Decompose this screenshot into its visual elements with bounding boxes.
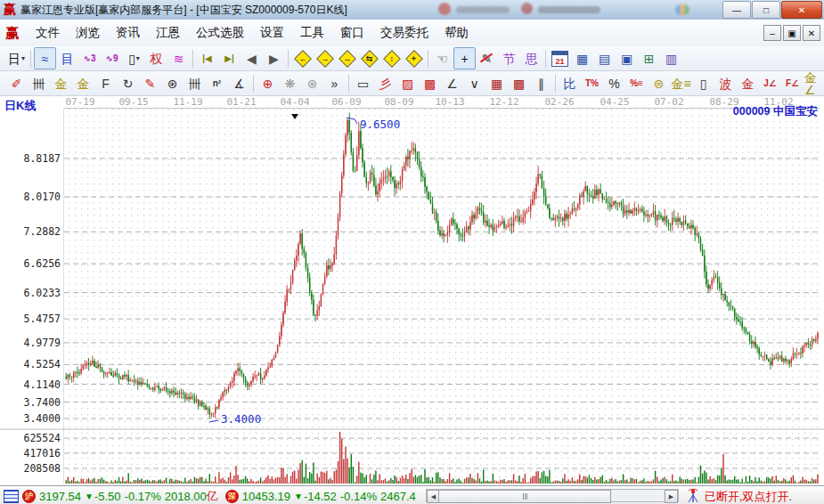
- percent-lines-icon[interactable]: %≡: [625, 72, 648, 94]
- restore-rights-icon[interactable]: 权: [145, 47, 167, 69]
- shenzhen-market-icon[interactable]: 深: [225, 490, 239, 503]
- measure-draw-icon[interactable]: ✎: [139, 72, 161, 94]
- shanghai-market-icon[interactable]: 沪: [22, 490, 36, 503]
- n-square-icon[interactable]: n²: [206, 72, 228, 94]
- no-draw-icon[interactable]: ✎: [476, 47, 498, 69]
- calculator-icon[interactable]: ▦: [571, 47, 593, 69]
- festival-marker-icon[interactable]: 节: [498, 47, 520, 69]
- notepad-icon[interactable]: ▤: [593, 47, 616, 69]
- time-cycle-icon[interactable]: ↻: [117, 72, 139, 94]
- gold-red-icon[interactable]: 金: [737, 72, 759, 94]
- gold-circle-icon[interactable]: ⊜: [648, 72, 670, 94]
- info-panel-icon[interactable]: 目: [56, 47, 78, 69]
- gann-square-icon[interactable]: ▩: [419, 72, 441, 94]
- smart-analysis-icon[interactable]: 思: [520, 47, 543, 69]
- zigzag-icon[interactable]: ∨: [463, 72, 485, 94]
- draw-brush-icon[interactable]: ✐: [5, 72, 28, 94]
- last-page-button[interactable]: ▶|: [218, 47, 241, 69]
- target-circle-icon[interactable]: ⊕: [257, 72, 279, 94]
- calendar-icon[interactable]: 21: [549, 47, 571, 69]
- wave-red-icon[interactable]: 波: [714, 72, 737, 94]
- menu-item-0[interactable]: 文件: [28, 21, 68, 45]
- minute-chart-3-icon[interactable]: ∿3: [78, 47, 101, 69]
- market-table-icon[interactable]: [4, 490, 19, 503]
- scrollbar-thumb[interactable]: [438, 490, 611, 503]
- trend-wave-icon[interactable]: ≈: [34, 47, 56, 69]
- gold-lines-icon[interactable]: 金≡: [670, 72, 692, 94]
- j-angle-icon[interactable]: J∠: [759, 72, 781, 94]
- color-chart-icon[interactable]: ≋: [167, 47, 190, 69]
- first-page-button[interactable]: |◀: [196, 47, 218, 69]
- menu-item-1[interactable]: 浏览: [68, 21, 108, 45]
- diamond-swap-icon[interactable]: ⇆: [358, 47, 380, 69]
- mdi-minimize-button[interactable]: –: [763, 25, 781, 41]
- menu-item-3[interactable]: 江恩: [148, 21, 188, 45]
- antenna-icon[interactable]: [686, 488, 700, 503]
- prev-page-button[interactable]: ◀: [241, 47, 263, 69]
- rect-tool-icon[interactable]: ▭: [352, 72, 374, 94]
- sh-amount-unit: 亿: [207, 488, 218, 504]
- menu-item-8[interactable]: 交易委托: [372, 21, 436, 45]
- red-grid-icon[interactable]: ▦: [485, 72, 508, 94]
- pan-hand-icon[interactable]: ☜: [431, 47, 453, 69]
- t-percent-icon[interactable]: T%: [581, 72, 603, 94]
- red-grid-corner-icon[interactable]: ▩: [508, 72, 530, 94]
- diamond-right-icon[interactable]: →: [314, 47, 336, 69]
- f-grid-icon[interactable]: F: [94, 72, 117, 94]
- export-network-icon[interactable]: ⊞: [638, 47, 660, 69]
- gold-angle-icon[interactable]: 金∠: [804, 72, 824, 94]
- menu-item-7[interactable]: 窗口: [332, 21, 372, 45]
- web-gray-icon[interactable]: ⊛: [301, 72, 323, 94]
- pc-transfer-icon[interactable]: ▥: [660, 47, 682, 69]
- kline-chart-area[interactable]: 日K线 07-1909-1511-1901-2104-0406-0908-091…: [0, 96, 824, 485]
- wheel-gray-icon[interactable]: ❋: [279, 72, 301, 94]
- menu-item-9[interactable]: 帮助: [436, 21, 477, 45]
- app-window: { "window": { "logo": "赢", "title": "赢家江…: [0, 0, 824, 504]
- candle-style-selector[interactable]: ▯▾: [123, 47, 145, 69]
- diamond-lr-icon[interactable]: ↔: [336, 47, 358, 69]
- menu-item-2[interactable]: 资讯: [108, 21, 148, 45]
- gold-grid-b-icon[interactable]: 金: [72, 72, 94, 94]
- minimize-button[interactable]: —: [722, 1, 751, 19]
- gann-grid-icon[interactable]: 卌: [28, 72, 50, 94]
- grid-lines-icon[interactable]: 卌: [184, 72, 206, 94]
- next-page-button[interactable]: ▶: [263, 47, 285, 69]
- svg-text:208508: 208508: [23, 462, 61, 475]
- diamond-all-icon[interactable]: +: [403, 47, 425, 69]
- maximize-button[interactable]: □: [752, 1, 780, 19]
- kline-chart-svg[interactable]: 07-1909-1511-1901-2104-0406-0908-0910-13…: [0, 96, 824, 485]
- connection-status[interactable]: 已断开,双点打开.: [705, 489, 792, 504]
- minute-chart-9-icon[interactable]: ∿9: [101, 47, 123, 69]
- candle-edit-icon[interactable]: ▯: [692, 72, 714, 94]
- gann-wheel-icon[interactable]: ⊛: [161, 72, 184, 94]
- scroll-right-arrow[interactable]: ▶: [665, 490, 678, 503]
- crosshair-icon[interactable]: +: [453, 47, 476, 69]
- mdi-restore-button[interactable]: ▣: [783, 25, 801, 41]
- mdi-close-button[interactable]: ✕: [803, 25, 820, 41]
- f-angle-icon[interactable]: F∠: [781, 72, 804, 94]
- diamond-ud-icon[interactable]: ↕: [380, 47, 403, 69]
- title-bar[interactable]: 赢 赢家江恩专业版[赢家内部服务平台] - [中国宝安 SZ000009-570…: [0, 0, 824, 20]
- stats-compare-icon[interactable]: 比: [559, 72, 581, 94]
- more-tools-chevron[interactable]: »: [323, 72, 346, 94]
- toolbar-separator: [253, 75, 254, 93]
- menu-item-6[interactable]: 工具: [292, 21, 332, 45]
- gann-box-icon[interactable]: ▨: [396, 72, 419, 94]
- angle-line-icon[interactable]: ∠: [441, 72, 463, 94]
- gold-grid-a-icon[interactable]: 金: [50, 72, 72, 94]
- save-icon[interactable]: ▣: [616, 47, 638, 69]
- toolbar-separator: [428, 50, 428, 68]
- svg-text:11-19: 11-19: [173, 96, 202, 108]
- menu-item-5[interactable]: 设置: [252, 21, 292, 45]
- period-day-selector[interactable]: 日▾: [5, 47, 28, 69]
- diamond-left-icon[interactable]: ←: [291, 47, 314, 69]
- horizontal-scrollbar[interactable]: ◀ ▶: [426, 489, 679, 502]
- channel-icon[interactable]: ∥: [530, 72, 552, 94]
- x-axis-labels: 07-1909-1511-1901-2104-0406-0908-0910-13…: [65, 96, 793, 108]
- fan-draw-icon[interactable]: ∡: [228, 72, 250, 94]
- percent-icon[interactable]: %: [603, 72, 625, 94]
- gann-fan-icon[interactable]: 彡: [374, 72, 396, 94]
- toolbar-separator: [192, 50, 193, 68]
- close-button[interactable]: ✕: [781, 1, 822, 19]
- menu-item-4[interactable]: 公式选股: [188, 21, 252, 45]
